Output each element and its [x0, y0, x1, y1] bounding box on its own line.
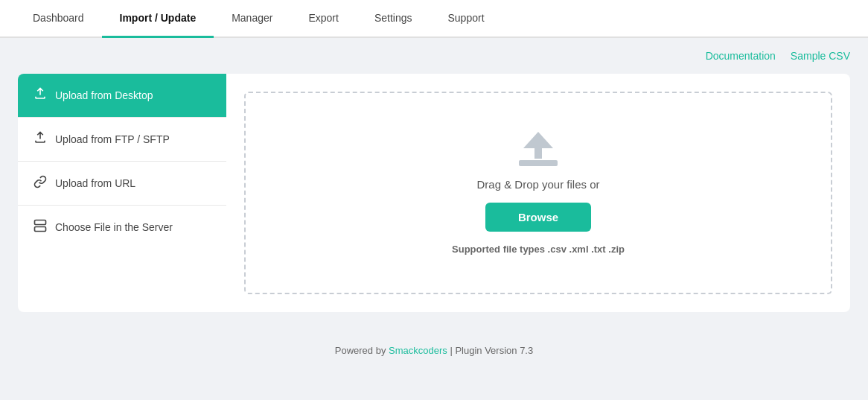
sidebar-item-upload-ftp[interactable]: Upload from FTP / SFTP — [18, 118, 226, 162]
upload-ftp-icon — [33, 131, 48, 147]
documentation-link[interactable]: Documentation — [706, 50, 776, 62]
sidebar: Upload from Desktop Upload from FTP / SF… — [18, 74, 226, 312]
tab-support[interactable]: Support — [430, 0, 502, 38]
drag-drop-text: Drag & Drop your files or — [476, 178, 599, 191]
tab-manager[interactable]: Manager — [214, 0, 290, 38]
upload-stem-icon — [534, 148, 542, 159]
svg-rect-0 — [35, 220, 46, 225]
sidebar-item-choose-server[interactable]: Choose File in the Server — [18, 206, 226, 249]
footer-text: Powered by — [335, 345, 386, 356]
top-navigation: Dashboard Import / Update Manager Export… — [0, 0, 868, 38]
supported-file-types: Supported file types .csv .xml .txt .zip — [452, 244, 625, 255]
drop-zone-area: Drag & Drop your files or Browse Support… — [226, 74, 850, 312]
tab-settings[interactable]: Settings — [357, 0, 430, 38]
svg-rect-1 — [35, 227, 46, 232]
browse-button[interactable]: Browse — [485, 203, 591, 232]
top-links-bar: Documentation Sample CSV — [18, 50, 850, 62]
sidebar-item-upload-ftp-label: Upload from FTP / SFTP — [55, 133, 170, 145]
sidebar-item-upload-desktop-label: Upload from Desktop — [55, 89, 153, 101]
upload-arrow-icon — [523, 132, 553, 148]
main-area: Documentation Sample CSV Upload from Des… — [0, 38, 868, 330]
sidebar-item-upload-url[interactable]: Upload from URL — [18, 162, 226, 206]
drop-zone[interactable]: Drag & Drop your files or Browse Support… — [244, 92, 832, 294]
sample-csv-link[interactable]: Sample CSV — [791, 50, 850, 62]
choose-server-icon — [33, 219, 48, 235]
sidebar-item-upload-desktop[interactable]: Upload from Desktop — [18, 74, 226, 118]
sidebar-item-choose-server-label: Choose File in the Server — [55, 221, 173, 233]
upload-url-icon — [33, 175, 48, 191]
sidebar-item-upload-url-label: Upload from URL — [55, 177, 135, 189]
tab-dashboard[interactable]: Dashboard — [15, 0, 102, 38]
upload-icon — [519, 132, 558, 166]
tab-export[interactable]: Export — [290, 0, 356, 38]
content-card: Upload from Desktop Upload from FTP / SF… — [18, 74, 850, 312]
footer-brand-link[interactable]: Smackcoders — [389, 345, 447, 356]
tab-import-update[interactable]: Import / Update — [102, 0, 214, 38]
footer-version: | Plugin Version 7.3 — [450, 345, 533, 356]
upload-desktop-icon — [33, 87, 48, 104]
footer: Powered by Smackcoders | Plugin Version … — [0, 330, 868, 371]
upload-base-icon — [519, 160, 558, 166]
